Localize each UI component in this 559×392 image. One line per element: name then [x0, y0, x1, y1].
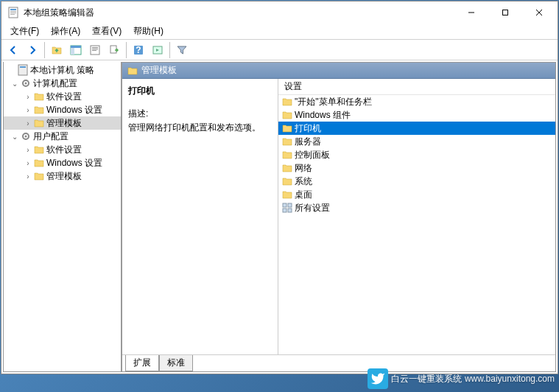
watermark-logo-icon: [368, 368, 388, 389]
folder-icon: [33, 91, 45, 102]
folder-icon: [281, 96, 293, 108]
tree-label: 软件设置: [46, 91, 82, 103]
tree-root[interactable]: 本地计算机 策略: [4, 63, 121, 77]
settings-list[interactable]: 设置 "开始"菜单和任务栏Windows 组件打印机服务器控制面板网络系统桌面所…: [278, 79, 555, 354]
maximize-button[interactable]: [488, 1, 522, 24]
description-label: 描述:: [128, 108, 272, 120]
forward-button[interactable]: [24, 41, 41, 59]
svg-point-25: [25, 136, 27, 138]
tree-label: 管理模板: [46, 170, 82, 183]
folder-icon: [33, 170, 45, 182]
properties-button[interactable]: [86, 41, 104, 59]
separator: [44, 42, 45, 58]
list-item[interactable]: 桌面: [278, 188, 555, 201]
selected-item-name: 打印机: [128, 85, 272, 97]
description-pane: 打印机 描述: 管理网络打印机配置和发布选项。: [122, 79, 278, 354]
expand-icon[interactable]: ›: [23, 159, 33, 167]
tree-label: 管理模板: [46, 117, 82, 130]
action-button[interactable]: [149, 41, 166, 59]
folder-icon: [281, 109, 293, 121]
svg-rect-29: [288, 209, 292, 212]
svg-rect-16: [110, 46, 116, 53]
expand-icon[interactable]: ›: [23, 119, 33, 127]
close-button[interactable]: [522, 1, 556, 24]
toolbar: ?: [1, 40, 558, 60]
list-item[interactable]: 控制面板: [278, 148, 555, 161]
gear-icon: [20, 77, 32, 89]
svg-rect-26: [283, 203, 286, 207]
menu-action[interactable]: 操作(A): [45, 24, 86, 39]
list-item-label: 桌面: [295, 189, 312, 201]
tree-user-windows[interactable]: ›Windows 设置: [4, 156, 121, 169]
list-item-label: 网络: [295, 162, 312, 175]
tree-label: 软件设置: [46, 144, 82, 156]
filter-button[interactable]: [173, 41, 191, 59]
tree-computer-config[interactable]: ⌄计算机配置: [4, 77, 121, 90]
list-item[interactable]: 网络: [278, 161, 555, 175]
expand-icon[interactable]: ›: [23, 172, 33, 181]
folder-icon: [281, 175, 293, 187]
svg-rect-10: [71, 46, 81, 48]
tree-pane[interactable]: 本地计算机 策略 ⌄计算机配置 ›软件设置 ›Windows 设置 ›管理模板 …: [3, 62, 122, 372]
svg-rect-3: [10, 13, 16, 13]
expand-icon[interactable]: ⌄: [10, 133, 20, 141]
list-item[interactable]: Windows 组件: [278, 108, 555, 122]
minimize-button[interactable]: [454, 1, 488, 24]
show-hide-tree-button[interactable]: [67, 41, 85, 59]
expand-icon[interactable]: ›: [23, 146, 33, 154]
tab-standard[interactable]: 标准: [159, 355, 193, 371]
content-header: 管理模板: [122, 63, 555, 79]
svg-point-23: [25, 83, 27, 85]
tree-computer-windows[interactable]: ›Windows 设置: [4, 103, 121, 116]
svg-rect-6: [503, 10, 508, 15]
up-button[interactable]: [48, 41, 66, 59]
back-button[interactable]: [4, 41, 22, 59]
list-item-label: 所有设置: [295, 202, 330, 214]
tree-root-label: 本地计算机 策略: [30, 64, 94, 77]
tree-user-software[interactable]: ›软件设置: [4, 143, 121, 156]
tree-computer-admin-templates[interactable]: ›管理模板: [4, 116, 121, 130]
tree-label: 计算机配置: [33, 77, 77, 90]
folder-icon: [33, 117, 45, 129]
expand-icon[interactable]: ›: [23, 93, 33, 101]
svg-rect-15: [92, 50, 96, 51]
tab-extended[interactable]: 扩展: [125, 355, 159, 371]
svg-rect-11: [71, 48, 74, 55]
list-item-label: 打印机: [295, 122, 321, 135]
menu-help[interactable]: 帮助(H): [127, 24, 169, 39]
list-item[interactable]: 所有设置: [278, 201, 555, 214]
svg-rect-2: [10, 11, 16, 12]
list-item[interactable]: 打印机: [278, 122, 555, 135]
watermark: 白云一键重装系统 www.baiyunxitong.com: [368, 368, 555, 389]
menu-file[interactable]: 文件(F): [4, 24, 45, 39]
app-icon: [7, 7, 19, 18]
content-header-title: 管理模板: [141, 64, 177, 77]
svg-rect-13: [92, 47, 98, 48]
list-column-header[interactable]: 设置: [278, 79, 555, 95]
list-item-label: 控制面板: [295, 149, 330, 161]
list-item-label: Windows 组件: [295, 109, 351, 122]
menubar: 文件(F) 操作(A) 查看(V) 帮助(H): [1, 24, 558, 40]
folder-icon: [281, 189, 293, 200]
list-item[interactable]: 服务器: [278, 135, 555, 148]
separator: [126, 42, 127, 58]
gear-icon: [20, 130, 32, 142]
export-button[interactable]: [105, 41, 123, 59]
tree-label: Windows 设置: [46, 104, 102, 116]
svg-rect-27: [288, 203, 292, 207]
folder-icon: [127, 65, 138, 77]
list-item[interactable]: "开始"菜单和任务栏: [278, 95, 555, 108]
menu-view[interactable]: 查看(V): [86, 24, 127, 39]
tree-user-admin-templates[interactable]: ›管理模板: [4, 169, 121, 183]
expand-icon[interactable]: ›: [23, 106, 33, 114]
svg-rect-4: [10, 14, 15, 15]
expand-icon[interactable]: ⌄: [10, 80, 20, 88]
tree-user-config[interactable]: ⌄用户配置: [4, 130, 121, 143]
list-item[interactable]: 系统: [278, 175, 555, 188]
folder-icon: [281, 162, 293, 174]
folder-icon: [33, 157, 45, 169]
tree-computer-software[interactable]: ›软件设置: [4, 90, 121, 103]
svg-rect-1: [10, 9, 16, 10]
help-button[interactable]: ?: [130, 41, 147, 59]
svg-rect-21: [20, 66, 26, 68]
